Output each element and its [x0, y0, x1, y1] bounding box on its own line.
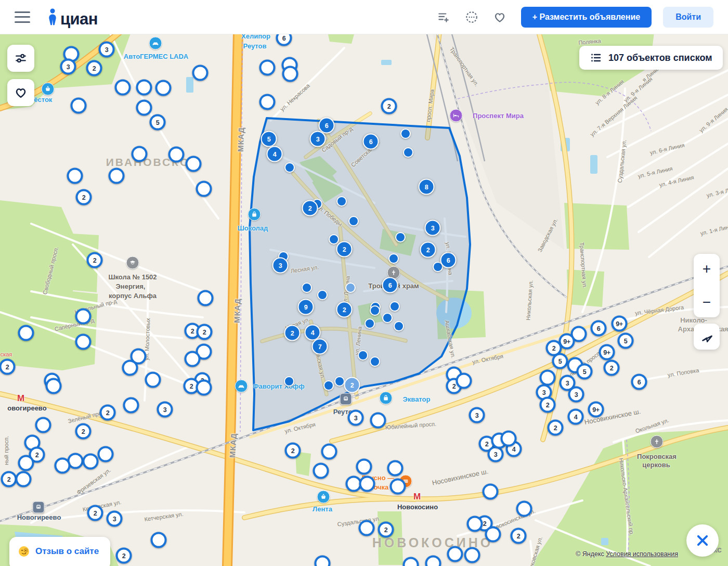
map-marker-outside[interactable]: [196, 181, 212, 197]
map-marker-selected[interactable]: 6: [440, 252, 457, 268]
map-marker-outside[interactable]: [83, 454, 99, 470]
map-marker-outside[interactable]: 2: [87, 505, 103, 521]
map-marker-outside[interactable]: 3: [568, 387, 584, 403]
map-marker-selected[interactable]: 9: [298, 299, 314, 315]
map-marker-dot[interactable]: [358, 350, 368, 361]
map-marker-outside[interactable]: [464, 547, 480, 563]
map-marker-outside[interactable]: 3: [99, 42, 115, 58]
map-favorites-button[interactable]: [7, 79, 34, 106]
map-marker-muted[interactable]: 2: [344, 377, 360, 393]
map-marker-outside[interactable]: [136, 80, 152, 96]
map-marker-dot[interactable]: [389, 301, 400, 312]
cian-logo[interactable]: циан: [46, 8, 98, 27]
map-marker-outside[interactable]: [18, 455, 34, 471]
map-marker-outside[interactable]: [16, 471, 32, 487]
map-marker-selected[interactable]: 2: [284, 325, 301, 341]
map-marker-dot[interactable]: [394, 321, 404, 331]
map-marker-outside[interactable]: [151, 532, 167, 548]
map-marker-outside[interactable]: 2: [76, 189, 92, 205]
menu-icon[interactable]: [15, 11, 30, 23]
map-marker-outside[interactable]: 5: [552, 353, 568, 369]
map-marker-outside[interactable]: 3: [469, 407, 485, 423]
map-marker-outside[interactable]: [359, 520, 375, 536]
map-marker-selected[interactable]: 2: [302, 200, 318, 216]
map-marker-outside[interactable]: 2: [100, 405, 116, 421]
map-marker-outside[interactable]: [198, 290, 214, 306]
map-marker-outside[interactable]: 2: [540, 397, 556, 413]
map-marker-outside[interactable]: 6: [591, 320, 607, 337]
map-marker-dot[interactable]: [382, 313, 393, 323]
terms-link[interactable]: Условия использования: [606, 550, 678, 558]
map-marker-outside[interactable]: 2: [75, 423, 92, 440]
map-marker-dot[interactable]: [370, 356, 380, 367]
map-marker-outside[interactable]: 2: [381, 98, 397, 114]
map-marker-outside[interactable]: 3: [157, 402, 173, 418]
map-marker-dot[interactable]: [302, 282, 312, 293]
map-marker-dot[interactable]: [403, 147, 413, 158]
map-marker-dot[interactable]: [370, 305, 380, 316]
map-marker-outside[interactable]: [75, 334, 92, 350]
map-marker-dot[interactable]: [395, 232, 406, 242]
map-marker-selected[interactable]: 7: [312, 339, 328, 355]
map-marker-selected[interactable]: 3: [310, 131, 326, 147]
map-marker-dot[interactable]: [388, 253, 399, 264]
map-marker-outside[interactable]: [192, 65, 209, 81]
map-marker-selected[interactable]: 6: [363, 134, 379, 150]
map-marker-outside[interactable]: [356, 459, 372, 475]
zoom-in-button[interactable]: +: [694, 257, 720, 281]
map-marker-outside[interactable]: [259, 60, 276, 76]
map-marker-dot[interactable]: [329, 234, 339, 245]
map-marker-outside[interactable]: 6: [631, 374, 647, 390]
map-marker-muted[interactable]: [345, 282, 356, 293]
map-marker-outside[interactable]: [313, 463, 329, 479]
map-marker-outside[interactable]: [259, 94, 276, 110]
map-marker-outside[interactable]: [467, 516, 483, 532]
map-marker-selected[interactable]: 5: [261, 131, 277, 147]
map-marker-selected[interactable]: 3: [425, 220, 441, 236]
map-marker-outside[interactable]: [75, 308, 92, 325]
map-marker-selected[interactable]: 8: [419, 179, 435, 195]
map-marker-outside[interactable]: 9+: [612, 316, 628, 332]
map-marker-outside[interactable]: [67, 168, 83, 184]
map-marker-dot[interactable]: [323, 380, 334, 391]
map-marker-outside[interactable]: [132, 146, 148, 162]
map-marker-outside[interactable]: 2: [87, 252, 103, 268]
map-marker-outside[interactable]: [390, 479, 406, 495]
my-listings-icon[interactable]: [437, 10, 450, 24]
map-marker-outside[interactable]: [186, 156, 202, 172]
map-marker-outside[interactable]: 2: [116, 548, 132, 564]
map-marker-selected[interactable]: 2: [336, 302, 353, 318]
map-marker-outside[interactable]: [185, 351, 201, 367]
map-marker-selected[interactable]: 3: [272, 258, 289, 274]
zoom-out-button[interactable]: −: [694, 290, 720, 314]
geolocation-button[interactable]: [694, 324, 720, 350]
map-marker-outside[interactable]: [359, 476, 375, 492]
list-view-button[interactable]: 107 объектов списком: [579, 46, 723, 70]
map-marker-outside[interactable]: [282, 66, 298, 82]
map-marker-outside[interactable]: 2: [378, 522, 394, 538]
map-marker-dot[interactable]: [365, 318, 375, 329]
map-marker-outside[interactable]: 2: [197, 324, 213, 340]
map-marker-outside[interactable]: 5: [150, 114, 166, 131]
map-canvas[interactable]: ул. НекрасоваСадовый пр-дСоветская ул.пр…: [0, 0, 728, 566]
map-marker-outside[interactable]: [155, 80, 172, 96]
map-marker-selected[interactable]: 6: [382, 277, 398, 293]
map-marker-outside[interactable]: [196, 380, 212, 396]
filters-button[interactable]: [7, 45, 34, 72]
map-marker-outside[interactable]: 5: [577, 364, 593, 380]
map-marker-outside[interactable]: [122, 360, 138, 376]
map-marker-outside[interactable]: 2: [548, 420, 564, 436]
map-marker-dot[interactable]: [334, 376, 345, 387]
map-marker-outside[interactable]: [387, 460, 404, 477]
map-marker-outside[interactable]: 2: [0, 359, 16, 375]
favorites-icon[interactable]: [493, 10, 506, 24]
map-marker-outside[interactable]: 5: [618, 333, 634, 349]
map-marker-outside[interactable]: [35, 417, 51, 433]
map-marker-dot[interactable]: [348, 216, 359, 226]
map-marker-outside[interactable]: [168, 147, 185, 163]
map-marker-outside[interactable]: [55, 458, 71, 474]
map-marker-dot[interactable]: [317, 290, 328, 300]
map-marker-dot[interactable]: [336, 196, 347, 207]
login-button[interactable]: Войти: [663, 7, 713, 28]
map-marker-outside[interactable]: [115, 80, 131, 96]
